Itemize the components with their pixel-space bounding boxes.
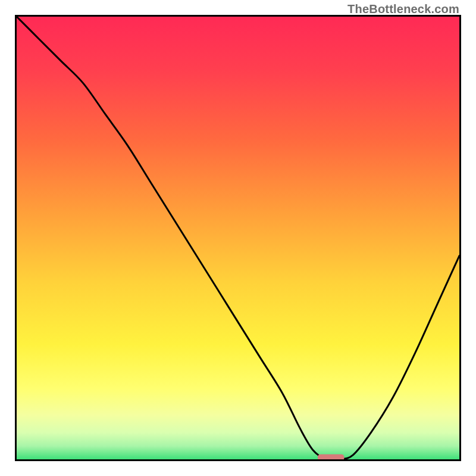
optimal-marker	[318, 454, 345, 459]
chart-plot-area	[17, 17, 459, 459]
watermark-text: TheBottleneck.com	[347, 2, 459, 16]
bottleneck-curve	[17, 17, 459, 459]
chart-frame	[15, 15, 461, 461]
